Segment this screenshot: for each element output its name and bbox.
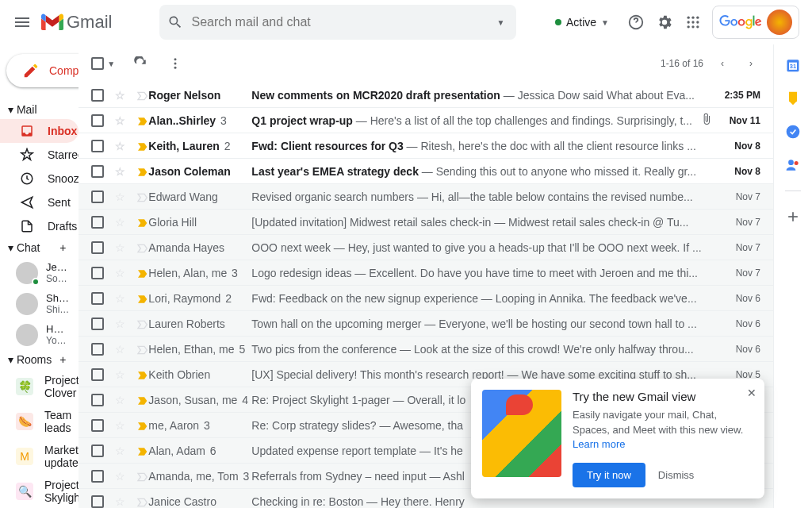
row-checkbox[interactable]	[91, 267, 104, 279]
gmail-logo[interactable]: Gmail	[41, 12, 112, 33]
star-icon[interactable]: ☆	[115, 267, 125, 279]
important-icon[interactable]	[136, 267, 147, 279]
star-icon[interactable]: ☆	[115, 165, 125, 178]
nav-sent[interactable]: Sent	[0, 190, 79, 214]
row-checkbox[interactable]	[91, 394, 104, 406]
nav-inbox[interactable]: Inbox	[0, 119, 79, 143]
help-icon[interactable]	[626, 13, 645, 32]
chat-section-header[interactable]: ▾ Chat+	[0, 238, 79, 257]
row-checkbox[interactable]	[91, 114, 104, 127]
keep-icon[interactable]	[785, 90, 801, 106]
plus-icon[interactable]: +	[59, 241, 66, 254]
settings-icon[interactable]	[655, 13, 674, 32]
row-checkbox[interactable]	[91, 89, 104, 102]
important-icon[interactable]	[136, 445, 147, 456]
important-icon[interactable]	[136, 217, 147, 228]
row-checkbox[interactable]	[91, 368, 104, 381]
refresh-icon[interactable]	[131, 54, 150, 73]
room-item[interactable]: 🍀Project Clover	[0, 369, 79, 404]
mail-row[interactable]: ☆ Alan..Shirley 3 Q1 project wrap-up — H…	[79, 108, 773, 133]
important-icon[interactable]	[136, 420, 147, 431]
learn-more-link[interactable]: Learn more	[573, 438, 625, 450]
dismiss-button[interactable]: Dismiss	[658, 469, 695, 481]
star-icon[interactable]: ☆	[115, 190, 125, 203]
mail-row[interactable]: ☆ Keith, Lauren 2 Fwd: Client resources …	[79, 133, 773, 159]
row-checkbox[interactable]	[91, 343, 104, 356]
important-icon[interactable]	[136, 191, 147, 202]
important-icon[interactable]	[136, 293, 147, 304]
star-icon[interactable]: ☆	[115, 470, 125, 483]
nav-snoozed[interactable]: Snoozed	[0, 167, 79, 190]
status-selector[interactable]: Active ▼	[547, 13, 617, 32]
rooms-section-header[interactable]: ▾ Rooms+	[0, 350, 79, 369]
important-icon[interactable]	[136, 369, 147, 380]
mail-section-header[interactable]: ▾ Mail	[0, 100, 79, 119]
mail-row[interactable]: ☆ Helen, Alan, me 3 Logo redesign ideas …	[79, 260, 773, 286]
star-icon[interactable]: ☆	[115, 292, 125, 305]
row-checkbox[interactable]	[91, 292, 104, 305]
plus-icon[interactable]: +	[59, 353, 66, 366]
room-item[interactable]: 🔍Project Skylight	[0, 474, 79, 508]
important-icon[interactable]	[136, 496, 147, 507]
mail-row[interactable]: ☆ Gloria Hill [Updated invitation] Midwe…	[79, 210, 773, 235]
star-icon[interactable]: ☆	[115, 419, 125, 432]
star-icon[interactable]: ☆	[115, 394, 125, 406]
row-checkbox[interactable]	[91, 495, 104, 508]
chat-item[interactable]: Shirley, JefferyShirley: Awesome, thanks…	[0, 288, 79, 319]
mail-row[interactable]: ☆ Edward Wang Revised organic search num…	[79, 184, 773, 210]
mail-row[interactable]: ☆ Amanda Hayes OOO next week — Hey, just…	[79, 235, 773, 260]
mail-row[interactable]: ☆ Jason Coleman Last year's EMEA strateg…	[79, 159, 773, 184]
mail-row[interactable]: ☆ Lauren Roberts Town hall on the upcomi…	[79, 311, 773, 337]
search-bar[interactable]: ▼	[159, 5, 516, 40]
chat-item[interactable]: Helen, Adam, GregoryYou: Can we reschedu…	[0, 319, 79, 350]
add-icon[interactable]	[785, 209, 801, 225]
room-item[interactable]: 🌭Team leads	[0, 404, 79, 439]
row-checkbox[interactable]	[91, 444, 104, 457]
important-icon[interactable]	[136, 344, 147, 355]
row-checkbox[interactable]	[91, 419, 104, 432]
row-checkbox[interactable]	[91, 216, 104, 229]
star-icon[interactable]: ☆	[115, 343, 125, 356]
mail-row[interactable]: ☆ Roger Nelson New comments on MCR2020 d…	[79, 83, 773, 108]
search-options-icon[interactable]: ▼	[491, 13, 510, 32]
row-checkbox[interactable]	[91, 140, 104, 152]
chat-item[interactable]: Jeffery ClarkSounds great!	[0, 257, 79, 288]
apps-icon[interactable]	[684, 13, 703, 32]
star-icon[interactable]: ☆	[115, 216, 125, 229]
room-item[interactable]: MMarketing updates	[0, 439, 79, 474]
mail-row[interactable]: ☆ Lori, Raymond 2 Fwd: Feedback on the n…	[79, 286, 773, 311]
star-icon[interactable]: ☆	[115, 140, 125, 152]
important-icon[interactable]	[136, 166, 147, 177]
row-checkbox[interactable]	[91, 165, 104, 178]
row-checkbox[interactable]	[91, 318, 104, 330]
prev-page-icon[interactable]: ‹	[713, 54, 732, 73]
important-icon[interactable]	[136, 318, 147, 329]
chevron-down-icon[interactable]: ▼	[107, 60, 115, 68]
more-icon[interactable]	[166, 54, 185, 73]
nav-drafts[interactable]: Drafts	[0, 214, 79, 238]
compose-button[interactable]: Compose	[6, 54, 79, 87]
important-icon[interactable]	[136, 242, 147, 253]
select-all-checkbox[interactable]	[91, 57, 104, 70]
star-icon[interactable]: ☆	[115, 114, 125, 127]
star-icon[interactable]: ☆	[115, 444, 125, 457]
mail-row[interactable]: ☆ Helen, Ethan, me 5 Two pics from the c…	[79, 337, 773, 362]
star-icon[interactable]: ☆	[115, 89, 125, 102]
row-checkbox[interactable]	[91, 190, 104, 203]
close-icon[interactable]: ✕	[747, 387, 756, 399]
menu-icon[interactable]	[13, 13, 32, 32]
row-checkbox[interactable]	[91, 470, 104, 483]
important-icon[interactable]	[136, 471, 147, 482]
important-icon[interactable]	[136, 394, 147, 406]
important-icon[interactable]	[136, 140, 147, 152]
next-page-icon[interactable]: ›	[741, 54, 760, 73]
search-input[interactable]	[185, 15, 491, 29]
nav-starred[interactable]: Starred	[0, 143, 79, 167]
star-icon[interactable]: ☆	[115, 241, 125, 254]
important-icon[interactable]	[136, 115, 147, 126]
search-icon[interactable]	[166, 13, 185, 32]
try-it-button[interactable]: Try it now	[573, 463, 645, 487]
contacts-icon[interactable]	[785, 157, 801, 173]
star-icon[interactable]: ☆	[115, 495, 125, 508]
important-icon[interactable]	[136, 90, 147, 101]
